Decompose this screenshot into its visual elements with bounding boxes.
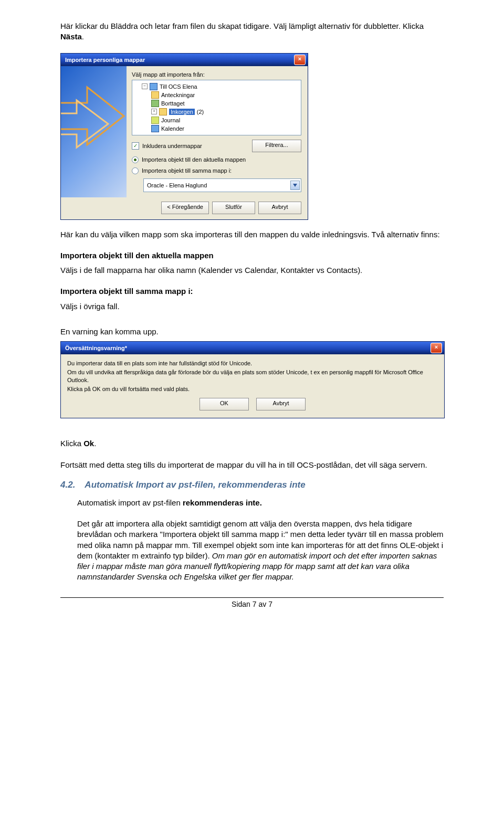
- sec42-p1a: Automatisk import av pst-filen: [77, 498, 183, 507]
- chevron-down-icon[interactable]: [290, 181, 300, 190]
- folder-icon: [150, 83, 158, 90]
- radio-current-folder[interactable]: [132, 156, 139, 163]
- tree-item-label: Journal: [161, 117, 180, 123]
- folder-icon: [151, 117, 159, 124]
- mid-b1: Importera objekt till den aktuella mappe…: [60, 250, 444, 261]
- tree-item-label: Kalender: [161, 125, 184, 132]
- tree-item[interactable]: Kalender: [134, 124, 299, 133]
- tree-root[interactable]: − Till OCS Elena: [134, 82, 299, 91]
- combo-value: Oracle - Elena Haglund: [147, 182, 207, 188]
- tree-item-selected[interactable]: + Inkorgen (2): [134, 108, 299, 116]
- mid-b2: Importera objekt till samma mapp i:: [60, 286, 444, 297]
- intro-text: Här klickar du Bläddra och letar fram fi…: [60, 22, 424, 30]
- folder-icon: [151, 91, 159, 99]
- folder-icon: [151, 100, 159, 107]
- mid-p1: Här kan du välja vilken mapp som ska imp…: [60, 229, 444, 240]
- ok-button[interactable]: OK: [200, 398, 249, 410]
- intro-paragraph: Här klickar du Bläddra och letar fram fi…: [60, 21, 444, 43]
- tree-item-label: Anteckningar: [161, 92, 195, 98]
- tree-item-label: Borttaget: [161, 100, 185, 107]
- folder-icon: [151, 125, 159, 132]
- mid-p2: Väljs i de fall mapparna har olika namn …: [60, 265, 444, 276]
- include-subfolders-checkbox[interactable]: ✓: [132, 142, 139, 150]
- filter-button[interactable]: Filtrera...: [252, 140, 301, 152]
- close-icon[interactable]: ×: [430, 343, 442, 353]
- radio-same-folder[interactable]: [132, 167, 139, 174]
- mid-p3: Väljs i övriga fall.: [60, 301, 444, 312]
- folder-icon: [159, 108, 167, 115]
- collapse-icon[interactable]: −: [142, 83, 148, 89]
- intro-bold-nasta: Nästa: [60, 32, 82, 41]
- cancel-button[interactable]: Avbryt: [258, 202, 301, 214]
- mid-p4: En varning kan komma upp.: [60, 326, 444, 337]
- svg-marker-1: [61, 100, 108, 147]
- warning-line2: Om du vill undvika att flerspråkiga data…: [67, 368, 438, 384]
- sec42-p1: Automatisk import av pst-filen rekommend…: [77, 498, 444, 508]
- tree-item-label: Inkorgen: [169, 109, 195, 115]
- tree-item[interactable]: Anteckningar: [134, 91, 299, 99]
- tree-item[interactable]: Borttaget: [134, 99, 299, 108]
- fortsatt-paragraph: Fortsätt med detta steg tills du importe…: [60, 460, 444, 470]
- expand-icon[interactable]: +: [151, 109, 157, 114]
- dialog-titlebar: Översättningsvarning* ×: [61, 342, 444, 354]
- klicka-b: Ok: [83, 439, 94, 448]
- dialog-titlebar: Importera personliga mappar ×: [61, 54, 308, 66]
- folder-tree[interactable]: − Till OCS Elena Anteckningar Borttaget …: [132, 80, 301, 135]
- warning-line3: Klicka på OK om du vill fortsätta med va…: [67, 385, 438, 393]
- dialog-title: Översättningsvarning*: [65, 345, 127, 351]
- radio-current-folder-label: Importera objekt till den aktuella mappe…: [142, 156, 246, 163]
- intro-text-end: .: [82, 32, 84, 41]
- klicka-a: Klicka: [60, 439, 83, 448]
- finish-button[interactable]: Slutför: [212, 202, 255, 214]
- warning-line1: Du importerar data till en plats som int…: [67, 360, 438, 367]
- translation-warning-dialog: Översättningsvarning* × Du importerar da…: [60, 341, 445, 418]
- footer-divider: [60, 597, 444, 598]
- klicka-c: .: [94, 439, 96, 448]
- previous-button[interactable]: < Föregående: [161, 202, 209, 214]
- dialog-graphic: [61, 66, 127, 197]
- include-subfolders-label: Inkludera undermappar: [142, 143, 202, 149]
- tree-root-label: Till OCS Elena: [160, 83, 197, 90]
- choose-folder-label: Välj mapp att importera från:: [132, 71, 301, 78]
- radio-same-folder-label: Importera objekt till samma mapp i:: [142, 167, 232, 174]
- tree-item-suffix: (2): [197, 109, 204, 115]
- sec42-p2: Det går att importera alla objekt samtid…: [77, 519, 444, 583]
- tree-item[interactable]: Journal: [134, 116, 299, 124]
- klicka-ok: Klicka Ok.: [60, 438, 444, 449]
- cancel-button[interactable]: Avbryt: [256, 398, 306, 410]
- heading-num: 4.2.: [60, 480, 75, 490]
- heading-4-2: 4.2. Automatisk Import av pst-filen, rek…: [60, 480, 444, 490]
- sec42-p1b: rekommenderas inte.: [183, 498, 262, 507]
- heading-text: Automatisk Import av pst-filen, rekommen…: [85, 480, 305, 490]
- import-dialog: Importera personliga mappar × Välj mapp …: [60, 53, 308, 220]
- dialog-title: Importera personliga mappar: [65, 57, 145, 63]
- close-icon[interactable]: ×: [294, 55, 306, 65]
- page-number: Sidan 7 av 7: [60, 600, 444, 608]
- svg-marker-2: [293, 184, 297, 187]
- target-folder-combo[interactable]: Oracle - Elena Haglund: [143, 178, 301, 192]
